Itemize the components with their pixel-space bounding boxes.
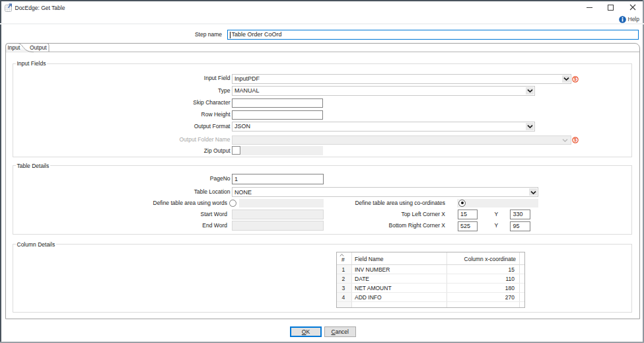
svg-text:$: $: [574, 77, 577, 82]
svg-text:$: $: [574, 138, 577, 143]
